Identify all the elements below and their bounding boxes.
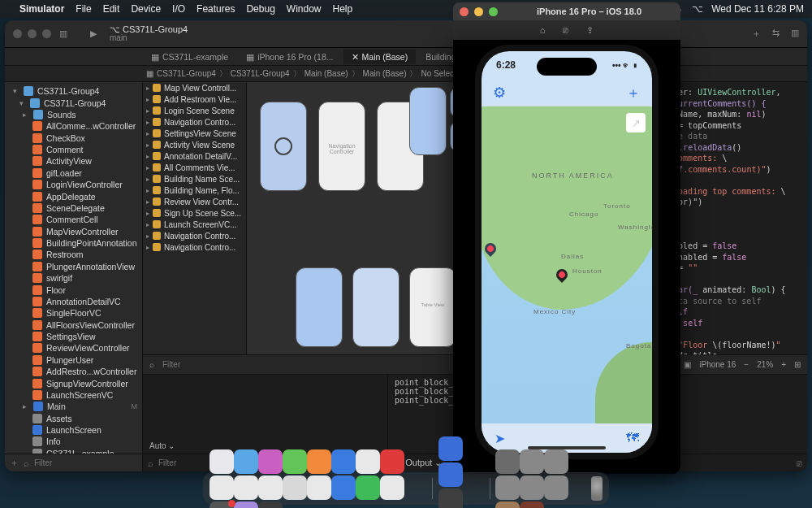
menubar-clock[interactable]: Wed Dec 11 6:28 PM	[711, 3, 804, 15]
outline-scene[interactable]: ▸All Comments Vie...	[143, 162, 246, 173]
zoom-level[interactable]: 21%	[757, 360, 773, 369]
dock-app[interactable]	[258, 449, 283, 474]
zoom-in-icon[interactable]: +	[781, 360, 786, 369]
menu-help[interactable]: Help	[333, 3, 353, 15]
close-icon[interactable]	[460, 7, 469, 16]
add-button[interactable]: ＋	[626, 83, 641, 102]
nav-file[interactable]: AppDelegate	[5, 190, 142, 202]
dock-app[interactable]	[283, 449, 307, 474]
nav-file[interactable]: LaunchScreen	[5, 424, 142, 436]
dock-app[interactable]	[331, 449, 356, 474]
dock-app[interactable]	[234, 449, 258, 474]
outline-scene[interactable]: ▸Launch ScreenVC...	[143, 219, 246, 230]
dock[interactable]	[203, 472, 609, 505]
menu-edit[interactable]: Edit	[103, 3, 120, 15]
scheme-selector[interactable]: ⌥ CS371L-Group4 main	[110, 25, 188, 42]
nav-file[interactable]: CS371L_example	[5, 448, 142, 454]
dock-app[interactable]	[438, 488, 463, 508]
code-review-icon[interactable]: ⇆	[772, 28, 780, 40]
trash-icon[interactable]	[591, 476, 603, 501]
compass-button[interactable]: ↗	[626, 113, 646, 132]
home-icon[interactable]: ⌂	[540, 25, 546, 35]
nav-main[interactable]: ▸MainM	[5, 401, 142, 412]
outline-scene[interactable]: ▸SettingsView Scene	[143, 128, 246, 139]
map-view[interactable]: NORTH AMERICA Chicago Toronto Washington…	[482, 106, 652, 423]
nav-file[interactable]: Assets	[5, 413, 142, 424]
dock-app[interactable]	[380, 449, 404, 474]
nav-file[interactable]: PlungerUser	[5, 354, 142, 366]
outline-scene[interactable]: ▸Map View Controll...	[143, 82, 246, 93]
dock-app[interactable]	[438, 436, 463, 461]
nav-sounds[interactable]: ▸Sounds	[5, 109, 142, 120]
dock-app[interactable]	[331, 475, 356, 500]
tab-device[interactable]: ▦ iPhone 16 Pro (18...	[238, 50, 341, 64]
nav-file[interactable]: ActivityView	[5, 155, 142, 167]
nav-file[interactable]: LoginViewController	[5, 179, 142, 190]
menu-features[interactable]: Features	[197, 3, 235, 15]
dock-app[interactable]	[283, 475, 307, 500]
menu-file[interactable]: File	[76, 3, 91, 15]
dock-app[interactable]	[520, 475, 544, 500]
outline-scene[interactable]: ▸Login Scene Scene	[143, 105, 246, 116]
minimize-icon[interactable]	[474, 7, 483, 16]
dock-app[interactable]	[209, 475, 234, 500]
menu-window[interactable]: Window	[287, 3, 322, 15]
nav-file[interactable]: MapViewController	[5, 226, 142, 237]
inspectors-toggle-icon[interactable]: ▥	[791, 28, 799, 40]
nav-file[interactable]: Floor	[5, 284, 142, 295]
dock-app[interactable]	[495, 449, 520, 474]
dock-app[interactable]	[438, 462, 463, 487]
nav-file[interactable]: SettingsView	[5, 331, 142, 342]
nav-file[interactable]: Comment	[5, 144, 142, 155]
nav-file[interactable]: SingleFloorVC	[5, 307, 142, 319]
map-mode-button[interactable]: 🗺	[626, 431, 639, 445]
menu-device[interactable]: Device	[131, 3, 161, 15]
outline-scene[interactable]: ▸Building Name, Flo...	[143, 185, 246, 196]
dock-app[interactable]	[258, 501, 283, 508]
constraints-icon[interactable]: ⊞	[794, 360, 801, 369]
zoom-out-icon[interactable]: −	[744, 360, 749, 369]
minimize-icon[interactable]	[28, 29, 37, 38]
nav-file[interactable]: LaunchScreenVC	[5, 389, 142, 401]
nav-file[interactable]: SceneDelegate	[5, 202, 142, 214]
dock-app[interactable]	[380, 475, 404, 500]
nav-group[interactable]: ▾CS371L-Group4	[5, 97, 142, 108]
minimap-icon[interactable]: ▣	[684, 360, 691, 369]
outline-scene[interactable]: ▸Annotation DetailV...	[143, 150, 246, 162]
zoom-icon[interactable]	[42, 29, 51, 38]
dock-app[interactable]	[356, 475, 380, 500]
add-icon[interactable]: ＋	[10, 457, 19, 469]
control-center-icon[interactable]: ⌥	[692, 3, 703, 15]
clear-console-icon[interactable]: ⎚	[797, 458, 802, 468]
outline-scene[interactable]: ▸Navigation Contro...	[143, 116, 246, 128]
dock-app[interactable]	[495, 475, 520, 500]
dock-app[interactable]	[234, 501, 258, 508]
outline-filter-input[interactable]	[162, 360, 211, 369]
dock-app[interactable]	[544, 449, 568, 474]
simulator-titlebar[interactable]: iPhone 16 Pro – iOS 18.0	[453, 2, 680, 20]
nav-file[interactable]: Restroom	[5, 249, 142, 260]
outline-scene[interactable]: ▸Sign Up Scene Sce...	[143, 207, 246, 219]
dock-app[interactable]	[209, 449, 234, 474]
tab-main[interactable]: ✕ Main (Base)	[343, 50, 417, 64]
settings-button[interactable]: ⚙︎	[493, 84, 506, 102]
dock-app[interactable]	[307, 449, 331, 474]
dock-app[interactable]	[520, 501, 544, 508]
storyboard-outline[interactable]: ▸Map View Controll...▸Add Restroom Vie..…	[143, 82, 247, 354]
outline-scene[interactable]: ▸Navigation Contro...	[143, 241, 246, 253]
nav-root[interactable]: ▾CS371L-Group4	[5, 85, 142, 97]
dock-app[interactable]	[307, 475, 331, 500]
nav-file[interactable]: ReviewViewController	[5, 342, 142, 354]
nav-file[interactable]: SignupViewController	[5, 377, 142, 389]
dock-app[interactable]	[258, 475, 283, 500]
dock-app[interactable]	[495, 501, 520, 508]
outline-scene[interactable]: ▸Review View Contr...	[143, 196, 246, 207]
location-button[interactable]: ➤	[495, 431, 505, 446]
app-screen[interactable]: 6:28 ••• ᯤ ▮ ⚙︎ ＋ NORTH AMERICA Chicago …	[482, 51, 652, 453]
outline-scene[interactable]: ▸Building Name Sce...	[143, 173, 246, 185]
outline-filter-icon[interactable]: ⌕	[149, 360, 154, 369]
share-icon[interactable]: ⇪	[586, 25, 594, 36]
outline-scene[interactable]: ▸Add Restroom Vie...	[143, 93, 246, 105]
breadcrumb[interactable]: ▦CS371L-Group4 〉 CS371L-Group4 〉 Main (B…	[5, 66, 807, 82]
app-menu[interactable]: Simulator	[19, 3, 64, 15]
